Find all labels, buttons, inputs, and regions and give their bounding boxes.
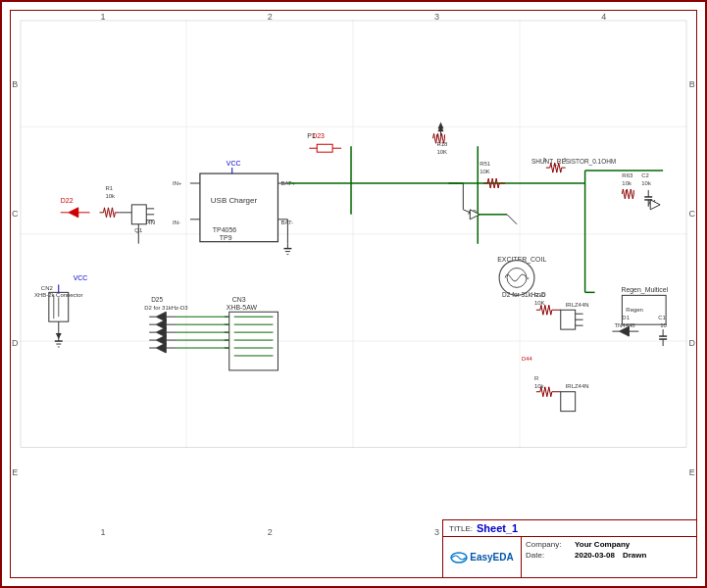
svg-text:TP9: TP9 xyxy=(220,234,232,241)
logo-text: EasyEDA xyxy=(470,552,513,563)
svg-text:CN3: CN3 xyxy=(232,296,246,303)
row-marker-b: B xyxy=(12,79,18,89)
svg-text:TP4056: TP4056 xyxy=(213,226,236,233)
date-label: Date: xyxy=(526,550,575,561)
svg-text:IRLZ44N: IRLZ44N xyxy=(566,302,589,308)
svg-text:IN-: IN- xyxy=(173,220,180,225)
svg-text:XHB-2k Connector: XHB-2k Connector xyxy=(34,292,83,298)
row-markers-right: B C D E xyxy=(689,20,696,537)
svg-rect-46 xyxy=(317,144,332,152)
row-marker-rc: C xyxy=(689,209,696,219)
logo-area: EasyEDA xyxy=(443,537,522,577)
title-block-info: Company: Your Company Date: 2020-03-08 D… xyxy=(522,537,696,577)
row-marker-re: E xyxy=(689,467,695,477)
row-marker-rd: D xyxy=(689,338,696,348)
svg-text:D2 for 31kHz-D3: D2 for 31kHz-D3 xyxy=(144,305,188,311)
svg-text:D22: D22 xyxy=(61,197,74,204)
easyeda-logo-icon xyxy=(450,552,468,564)
title-block: TITLE: Sheet_1 EasyEDA Company: xyxy=(442,519,697,578)
svg-text:D1: D1 xyxy=(622,315,630,320)
svg-text:10k: 10k xyxy=(622,180,631,186)
svg-rect-26 xyxy=(131,205,146,224)
svg-text:IN+: IN+ xyxy=(173,180,182,186)
svg-text:USB Charger: USB Charger xyxy=(211,196,258,205)
svg-marker-151 xyxy=(156,343,166,353)
title-block-title-row: TITLE: Sheet_1 xyxy=(443,520,696,537)
company-value: Your Company xyxy=(575,539,630,550)
svg-text:10K: 10K xyxy=(534,300,545,306)
date-value: 2020-03-08 xyxy=(575,550,615,561)
svg-point-76 xyxy=(507,269,527,288)
svg-text:BAT-: BAT- xyxy=(280,220,293,225)
svg-text:R18: R18 xyxy=(436,141,448,147)
svg-text:R1: R1 xyxy=(105,185,113,191)
svg-rect-114 xyxy=(561,392,576,412)
svg-text:R51: R51 xyxy=(480,161,491,167)
svg-text:VCC: VCC xyxy=(227,160,241,167)
svg-text:XHB-5AW: XHB-5AW xyxy=(227,304,258,311)
svg-marker-16 xyxy=(69,208,78,218)
schematic-container: 1 2 3 4 1 2 3 4 B C D E B C D E VCC xyxy=(0,0,707,588)
col-marker-b2: 2 xyxy=(268,527,273,537)
svg-rect-121 xyxy=(229,312,278,370)
svg-text:Regen_Multicel: Regen_Multicel xyxy=(621,286,668,294)
svg-rect-103 xyxy=(561,310,576,329)
row-marker-rb: B xyxy=(689,79,695,89)
svg-text:10k: 10k xyxy=(534,383,544,389)
svg-text:Regen: Regen xyxy=(626,307,643,313)
svg-text:D25: D25 xyxy=(151,296,163,303)
svg-text:10K: 10K xyxy=(480,169,490,174)
title-label: TITLE: xyxy=(449,524,473,533)
col-marker-b3: 3 xyxy=(434,527,439,537)
title-block-bottom: EasyEDA Company: Your Company Date: 2020… xyxy=(443,537,696,577)
svg-text:10k: 10k xyxy=(105,193,115,199)
svg-text:2: 2 xyxy=(543,158,546,163)
svg-text:CN2: CN2 xyxy=(41,285,54,291)
drawn-value: Drawn xyxy=(623,550,646,561)
row-marker-e: E xyxy=(12,467,18,477)
row-marker-c: C xyxy=(12,209,19,219)
svg-text:C1: C1 xyxy=(658,315,666,320)
schematic-title: Sheet_1 xyxy=(477,522,518,534)
schematic-svg: VCC CN2 XHB-2k Connector D22 R1 10k IRLZ… xyxy=(20,20,687,497)
svg-text:P1: P1 xyxy=(307,132,316,139)
company-label: Company: xyxy=(526,539,575,550)
row-marker-d: D xyxy=(12,338,19,348)
svg-line-172 xyxy=(507,215,517,224)
svg-text:1: 1 xyxy=(564,158,567,163)
col-marker-b1: 1 xyxy=(101,527,106,537)
svg-text:VCC: VCC xyxy=(74,274,88,281)
svg-marker-169 xyxy=(437,122,443,128)
svg-text:R: R xyxy=(534,375,539,381)
svg-text:R63: R63 xyxy=(622,172,633,178)
svg-text:D44: D44 xyxy=(522,356,533,362)
svg-text:10: 10 xyxy=(660,322,667,328)
row-markers-left: B C D E xyxy=(12,20,19,537)
date-row: Date: 2020-03-08 Drawn xyxy=(526,550,692,561)
svg-text:IRLZ44N: IRLZ44N xyxy=(566,383,589,389)
svg-text:C2: C2 xyxy=(641,172,649,178)
company-row: Company: Your Company xyxy=(526,539,692,550)
svg-text:10k: 10k xyxy=(641,180,651,186)
svg-text:10K: 10K xyxy=(436,149,447,155)
svg-text:TN4448: TN4448 xyxy=(614,322,635,328)
svg-text:D2 for 31kHz-D: D2 for 31kHz-D xyxy=(502,291,546,298)
